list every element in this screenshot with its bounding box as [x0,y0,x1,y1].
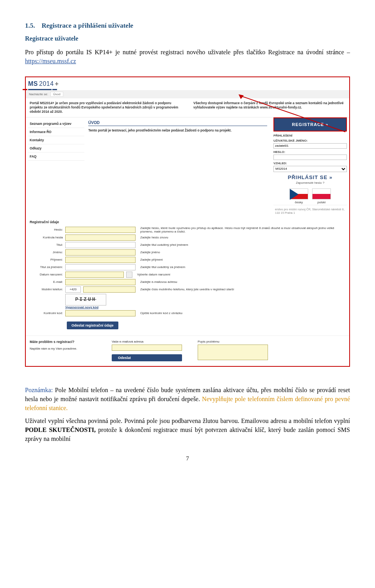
dob-field[interactable] [65,272,124,278]
captcha-code-field[interactable] [65,310,136,316]
intro-left-text: Portál MS2014+ je určen pouze pro vyplňo… [30,101,182,114]
problem-subtext: Napište nám a my Vám poradíme. [30,347,96,350]
lang-polish-label: polski [318,201,325,204]
field-help: Vyberte datum narození [135,273,345,276]
sidebar-item[interactable]: Seznam programů a výzev [28,120,84,128]
side-menu: Seznam programů a výzev Informace ŘO Kon… [26,117,84,217]
field-label: Titul za jménem: [30,265,63,269]
sidebar-item[interactable]: Kontakty [28,136,84,144]
password-label: HESLO: [273,150,347,154]
section-subheading: Registrace uživatele [25,35,350,42]
main-info-text: Tento portál je testovací, jeho prostřed… [88,128,267,132]
field-help: Zadejte titul uváděný před jménem [138,243,345,247]
field-help: Zadejte heslo znovu [138,236,345,239]
field-label: Kontrolní kód: [30,311,63,315]
field-label: E-mail: [30,280,63,284]
instr-strong: PODLE SKUTEČNOSTI, [25,426,96,433]
skin-select[interactable]: MS2014 [273,166,347,172]
problem-desc-label: Popis problému [198,340,268,343]
login-panel-heading: PŘIHLÁŠENÍ [273,134,347,137]
lang-czech-label: česky [295,201,303,204]
skin-label: VZHLED: [273,162,347,165]
field-label: Heslo: [30,228,63,231]
regenerate-captcha-link[interactable]: Vygenerovat nový kód [65,306,106,309]
logo-underline [28,89,52,90]
email-field[interactable] [65,279,136,285]
intro-text: Pro přístup do portálu IS KP14+ je nutné… [25,49,350,55]
login-button[interactable]: PŘIHLÁSIT SE » [273,172,347,181]
registration-form: Registrační údaje Heslo:Zadejte heslo, k… [26,217,349,336]
field-help: Zadejte číslo mobilního telefonu, který … [138,288,345,291]
field-help: Zadejte jméno [138,250,345,254]
flag-czech-icon[interactable] [289,188,308,199]
phone-prefix[interactable]: +420 [65,286,81,293]
field-help: Zadejte e-mailovou adresu [138,280,345,284]
captcha-image: PIZUH [65,294,106,306]
flag-polish-icon[interactable] [312,188,331,199]
footer-address: erstvo pro místní rozvoj ČR, Staroměstsk… [273,205,347,215]
field-label: Mobilní telefon: [30,288,63,291]
problem-heading: Máte problém s registrací? [30,340,96,344]
sidebar-item[interactable]: Odkazy [28,144,84,153]
field-label: Kontrola hesla [30,236,63,239]
instr-a: Uživatel vyplní všechna povinná pole. Po… [25,417,350,424]
username-label: UŽIVATELSKÉ JMÉNO: [273,139,347,142]
logo-text-year: 2014 [39,80,54,87]
logo-plus: + [55,80,59,87]
field-label: Datum narození: [30,273,63,276]
submit-registration-button[interactable]: Odeslat registrační údaje [67,322,118,329]
send-problem-button[interactable]: Odeslat [112,354,182,361]
instruction-paragraph: Uživatel vyplní všechna povinná pole. Po… [25,416,350,444]
field-help: Zadejte heslo, které bude využíváno pro … [138,226,345,233]
breadcrumb-value[interactable]: Úvod [50,92,63,97]
title-before-field[interactable] [65,242,136,248]
portal-screenshot: MS 2014 + Nacházíte se: Úvod Portál MS20… [25,76,350,366]
intro-paragraph: Pro přístup do portálu IS KP14+ je nutné… [25,48,350,66]
field-label: Titul: [30,243,63,247]
username-input[interactable] [273,143,347,149]
section-heading: 1.5. Registrace a přihlášení uživatele [25,22,350,30]
calendar-icon[interactable] [126,272,132,278]
lastname-field[interactable] [65,257,136,263]
field-help: Opište kontrolní kód z obrázku [138,311,345,315]
regform-title: Registrační údaje [30,220,345,224]
logo-text-ms: MS [28,80,38,87]
page-number: 7 [25,455,350,462]
title-after-field[interactable] [65,264,136,270]
problem-email-label: Vaše e-mailová adresa [112,340,182,343]
app-logo: MS 2014 + [26,77,349,88]
field-help: Zadejte příjmení [138,258,345,261]
sidebar-item[interactable]: FAQ [28,153,84,161]
note-paragraph: Poznámka: Pole Mobilní telefon – na uved… [25,385,350,413]
field-help: Zadejte titul uváděný za jménem [138,265,345,269]
main-heading-uvod: ÚVOD [88,117,267,126]
field-label: Příjmení: [30,258,63,261]
problem-desc-input[interactable] [198,345,268,360]
portal-url-link[interactable]: https://mseu.mssf.cz [25,58,76,64]
password-input[interactable] [273,155,347,160]
password-field[interactable] [65,227,136,233]
phone-field[interactable] [83,286,136,293]
firstname-field[interactable] [65,249,136,256]
password-confirm-field[interactable] [65,234,136,241]
sidebar-item[interactable]: Informace ŘO [28,128,84,136]
breadcrumb-label: Nacházíte se: [29,92,48,96]
breadcrumb: Nacházíte se: Úvod [26,90,349,98]
note-lead: Poznámka: [25,387,53,393]
problem-email-input[interactable] [112,345,182,351]
field-label: Jméno: [30,250,63,254]
intro-right-text: Všechny dostupné informace o čerpání z f… [193,101,345,114]
forgot-password-link[interactable]: Zapomenuté heslo ? [273,181,347,185]
